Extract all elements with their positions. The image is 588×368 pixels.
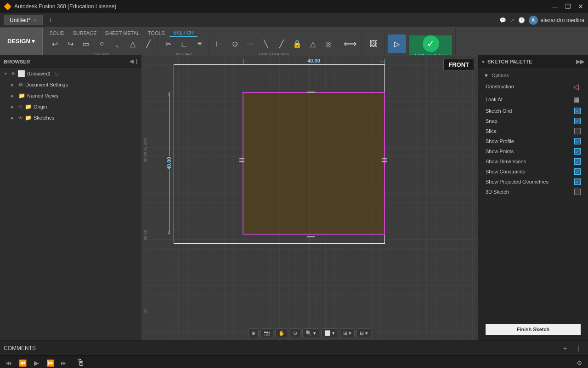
browser-item-doc-settings[interactable]: ▶ ⚙ Document Settings <box>0 79 141 90</box>
show-profile-checkbox[interactable]: ✓ <box>574 138 581 144</box>
undo-button[interactable]: ↩ <box>47 36 62 51</box>
pattern-button[interactable]: ≡ <box>192 36 207 51</box>
comments-collapse-icon[interactable]: | <box>573 343 584 354</box>
tab-bar: Untitled* ✕ + 💬 ↗ 🕐 A alexandro medina <box>0 13 588 28</box>
ruler-v-nums2: 25 50 <box>143 230 148 241</box>
expand-arrow-sketches: ▶ <box>11 116 17 120</box>
timeline-next-button[interactable]: ⏩ <box>45 358 55 368</box>
add-tab-button[interactable]: + <box>45 14 56 26</box>
timeline-prev-button[interactable]: ⏪ <box>17 358 28 368</box>
snap-checkbox[interactable]: ✓ <box>574 118 581 124</box>
trim-button[interactable]: ✂ <box>161 36 175 51</box>
slice-checkbox[interactable] <box>574 128 581 134</box>
options-section-header[interactable]: ▼ Options <box>478 71 588 80</box>
select-tool-btn[interactable]: ⊕ <box>248 328 259 338</box>
palette-row-show-dimensions[interactable]: Show Dimensions ✓ <box>478 156 588 167</box>
palette-row-show-points[interactable]: Show Points ✓ <box>478 146 588 156</box>
constraint3-button[interactable]: — <box>243 36 258 51</box>
poly-button[interactable]: △ <box>125 36 140 51</box>
palette-row-3d-sketch[interactable]: 3D Sketch <box>478 187 588 197</box>
document-tab[interactable]: Untitled* ✕ <box>4 15 43 25</box>
eye-icon[interactable]: 👁 <box>11 71 16 76</box>
construction-icon[interactable]: ◁ <box>571 82 581 91</box>
browser-item-sketches[interactable]: ▶ 👁 📁 Sketches <box>0 112 141 123</box>
select-button[interactable]: ▷ <box>388 34 406 53</box>
maximize-button[interactable]: ❐ <box>564 3 571 10</box>
timeline-end-button[interactable]: ⏭ <box>59 358 69 368</box>
eye-icon-origin[interactable]: 👁 <box>18 104 23 109</box>
palette-expand-icon[interactable]: ▶▶ <box>576 58 584 65</box>
palette-row-show-projected[interactable]: Show Projected Geometries ✓ <box>478 177 588 187</box>
constraint5-button[interactable]: ╱ <box>274 36 289 51</box>
grid-btn[interactable]: ⊞ ▾ <box>340 328 355 338</box>
browser-expand-icon[interactable]: | <box>136 58 137 64</box>
comments-add-icon[interactable]: + <box>560 343 571 354</box>
arc-button[interactable]: ◟ <box>110 36 124 51</box>
circle-button[interactable]: ○ <box>94 36 109 51</box>
orbit-btn[interactable]: ⊙ <box>290 328 300 338</box>
palette-row-look-at[interactable]: Look At ▦ <box>478 93 588 106</box>
minimize-button[interactable]: — <box>551 3 559 10</box>
timeline-start-button[interactable]: ⏮ <box>4 358 14 368</box>
palette-row-show-profile[interactable]: Show Profile ✓ <box>478 136 588 146</box>
timeline-cursor[interactable]: 🖱 <box>76 357 85 368</box>
show-dimensions-label: Show Dimensions <box>486 159 526 164</box>
show-projected-checkbox[interactable]: ✓ <box>574 178 581 185</box>
insert-image-button[interactable]: 🖼 <box>364 34 383 53</box>
folder-icon-named: 📁 <box>18 92 25 99</box>
sketch-grid-checkbox[interactable]: ✓ <box>574 108 581 114</box>
tab-solid[interactable]: SOLID <box>45 29 68 37</box>
finish-sketch-button[interactable]: Finish Sketch <box>486 324 581 335</box>
palette-row-construction[interactable]: Construction ◁ <box>478 80 588 93</box>
lock-button[interactable]: 🔒 <box>290 36 305 51</box>
finish-sketch-big-button[interactable]: ✓ <box>423 35 439 52</box>
palette-row-sketch-grid[interactable]: Sketch Grid ✓ <box>478 106 588 116</box>
3d-sketch-checkbox[interactable] <box>574 189 581 195</box>
browser-item-root[interactable]: ▼ 👁 ⬜ (Unsaved) ⭮ <box>0 68 141 79</box>
tab-sketch[interactable]: SKETCH <box>170 29 198 37</box>
constraint2-button[interactable]: ⊙ <box>227 36 242 51</box>
constraint1-button[interactable]: ⊢ <box>212 36 226 51</box>
tab-close-button[interactable]: ✕ <box>33 18 37 23</box>
sketch-inner-rect[interactable] <box>243 92 385 235</box>
user-info[interactable]: A alexandro medina <box>529 16 584 25</box>
design-dropdown-button[interactable]: DESIGN ▾ <box>0 28 43 55</box>
palette-row-show-constraints[interactable]: Show Constraints ✓ <box>478 167 588 177</box>
show-dimensions-checkbox[interactable]: ✓ <box>574 158 581 165</box>
palette-row-snap[interactable]: Snap ✓ <box>478 116 588 126</box>
timeline-play-button[interactable]: ▶ <box>31 358 41 368</box>
chat-icon[interactable]: 💬 <box>499 17 506 23</box>
tab-surface[interactable]: SURFACE <box>69 29 100 37</box>
close-button[interactable]: ✕ <box>577 3 584 10</box>
tab-sheet-metal[interactable]: SHEET METAL <box>101 29 143 37</box>
look-at-icon[interactable]: ▦ <box>571 95 581 104</box>
canvas-area[interactable]: |← →| 40.00 ↑ ↓ 40.00 ▐▐ ▐▐ ▬▬ ▬▬ 100 75… <box>141 55 478 340</box>
display-btn[interactable]: ⬜ ▾ <box>321 328 338 338</box>
inspect-button[interactable]: ⟺ <box>341 34 359 53</box>
zoom-btn[interactable]: 🔍 ▾ <box>302 328 319 338</box>
history-icon[interactable]: 🕐 <box>518 17 525 23</box>
line-button[interactable]: ╱ <box>141 36 156 51</box>
rect-button[interactable]: ▭ <box>79 36 93 51</box>
constraint4-button[interactable]: ╲ <box>259 36 273 51</box>
browser-item-origin[interactable]: ▶ 👁 📁 Origin <box>0 101 141 112</box>
share-icon[interactable]: ↗ <box>510 17 514 23</box>
timeline-settings-button[interactable]: ⚙ <box>574 358 584 368</box>
show-points-checkbox[interactable]: ✓ <box>574 148 581 155</box>
browser-item-named-views[interactable]: ▶ 📁 Named Views <box>0 90 141 101</box>
show-constraints-checkbox[interactable]: ✓ <box>574 168 581 175</box>
eye-icon-sketches[interactable]: 👁 <box>18 115 23 121</box>
options-collapse-icon: ▼ <box>484 73 489 78</box>
camera-btn[interactable]: 📷 <box>260 328 273 338</box>
palette-row-slice[interactable]: Slice <box>478 126 588 136</box>
tab-tools[interactable]: TOOLS <box>144 29 169 37</box>
view-btn[interactable]: ⊟ ▾ <box>356 328 371 338</box>
equal-button[interactable]: △ <box>305 36 320 51</box>
redo-button[interactable]: ↪ <box>63 36 78 51</box>
browser-collapse-icon[interactable]: ◀ <box>130 58 133 64</box>
bottom-icons: + | <box>560 343 584 354</box>
sym-button[interactable]: ◎ <box>321 36 336 51</box>
app-title: Autodesk Fusion 360 (Education License) <box>14 3 116 10</box>
offset-button[interactable]: ⊏ <box>176 36 191 51</box>
pan-btn[interactable]: ✋ <box>275 328 288 338</box>
